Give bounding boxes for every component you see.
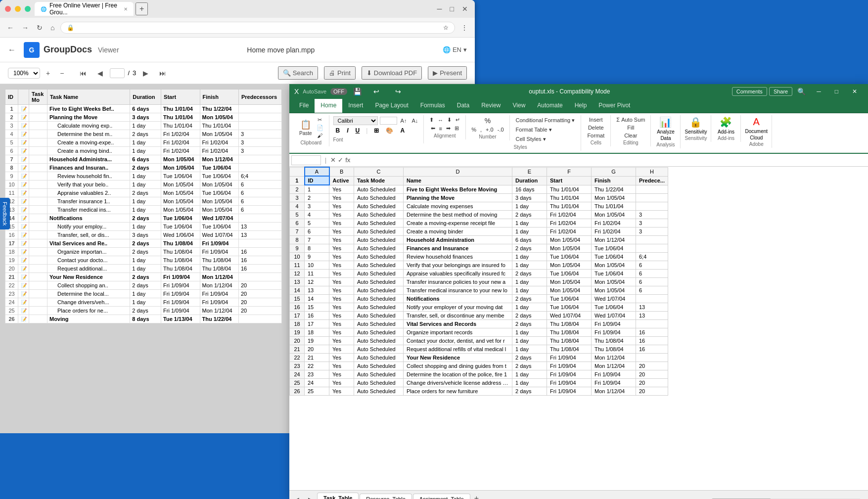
print-button[interactable]: 🖨 Print: [324, 66, 356, 80]
cell-A[interactable]: 19: [305, 337, 329, 345]
tab-close-icon[interactable]: ✕: [124, 6, 128, 12]
page-input[interactable]: 1: [110, 68, 125, 78]
next-page-button[interactable]: ▶: [139, 67, 152, 79]
cell-B[interactable]: Yes: [329, 227, 354, 236]
cell-H[interactable]: [636, 185, 668, 194]
cell-G[interactable]: Tue 1/06/04: [592, 270, 636, 278]
cell-F[interactable]: Tue 1/06/04: [547, 303, 592, 312]
tab-data[interactable]: Data: [451, 99, 475, 113]
cell-E[interactable]: 16 days: [512, 185, 547, 194]
cell-H[interactable]: [636, 354, 668, 362]
cell-D[interactable]: Collect shopping and dining guides from …: [404, 362, 512, 370]
viewer-back-button[interactable]: ←: [8, 45, 16, 54]
cell-H[interactable]: 20: [636, 387, 668, 396]
cell-C[interactable]: Task Mode: [354, 176, 404, 185]
autosum-button[interactable]: Σ Auto Sum: [615, 116, 646, 123]
cell-A[interactable]: 7: [305, 236, 329, 244]
cell-E[interactable]: 2 days: [512, 244, 547, 253]
cell-F[interactable]: Thu 1/01/04: [547, 194, 592, 202]
cell-H[interactable]: 3: [636, 219, 668, 227]
cell-C[interactable]: Auto Scheduled: [354, 227, 404, 236]
cell-F[interactable]: Thu 1/01/04: [547, 185, 592, 194]
cell-A[interactable]: 14: [305, 295, 329, 303]
cell-A[interactable]: 1: [305, 185, 329, 194]
cell-D[interactable]: Transfer insurance policies to your new …: [404, 278, 512, 286]
underline-button[interactable]: U: [353, 126, 363, 135]
cell-G[interactable]: Fri 1/09/04: [592, 379, 636, 387]
cell-C[interactable]: Auto Scheduled: [354, 379, 404, 387]
cell-C[interactable]: Auto Scheduled: [354, 328, 404, 337]
col-header-B[interactable]: B: [329, 167, 354, 176]
cell-G[interactable]: Thu 1/22/04: [592, 185, 636, 194]
sheet-tab-assignment-table[interactable]: Assignment_Table: [413, 494, 470, 499]
conditional-formatting-button[interactable]: Conditional Formatting ▾: [514, 116, 577, 125]
cell-F[interactable]: Tue 1/06/04: [547, 253, 592, 261]
address-input[interactable]: products.groupdocs.app/viewer/app/?lang=…: [77, 24, 440, 31]
col-header-D[interactable]: D: [404, 167, 512, 176]
cut-button[interactable]: ✂: [315, 116, 325, 124]
cell-G[interactable]: Fri 1/02/04: [592, 219, 636, 227]
cell-H[interactable]: 20: [636, 370, 668, 379]
cell-E[interactable]: 2 days: [512, 211, 547, 219]
cell-styles-button[interactable]: Cell Styles ▾: [514, 135, 577, 143]
cell-D[interactable]: Vital Services and Records: [404, 320, 512, 328]
reload-button[interactable]: ↻: [35, 22, 45, 34]
cell-A[interactable]: 17: [305, 320, 329, 328]
cell-E[interactable]: 1 day: [512, 278, 547, 286]
cell-G[interactable]: Tue 1/06/04: [592, 253, 636, 261]
cell-G[interactable]: Fri 1/09/04: [592, 320, 636, 328]
cell-E[interactable]: 2 days: [512, 354, 547, 362]
cell-G[interactable]: Mon 1/05/04: [592, 286, 636, 295]
cell-H[interactable]: 6: [636, 278, 668, 286]
cell-E[interactable]: 1 day: [512, 303, 547, 312]
cell-E[interactable]: 2 days: [512, 362, 547, 370]
cell-D[interactable]: Verify that your belongings are insured …: [404, 261, 512, 270]
cell-C[interactable]: Auto Scheduled: [354, 312, 404, 320]
back-button[interactable]: ←: [5, 22, 16, 34]
cell-F[interactable]: Fri 1/09/04: [547, 362, 592, 370]
cell-D[interactable]: Five to Eight Weeks Before Moving: [404, 185, 512, 194]
cell-E[interactable]: 1 day: [512, 202, 547, 211]
cell-F[interactable]: Mon 1/05/04: [547, 244, 592, 253]
cell-H[interactable]: 6: [636, 286, 668, 295]
cell-H[interactable]: [636, 202, 668, 211]
cell-G[interactable]: Thu 1/01/04: [592, 202, 636, 211]
cell-reference-input[interactable]: A1: [291, 155, 321, 165]
cell-C[interactable]: Auto Scheduled: [354, 387, 404, 396]
new-tab-button[interactable]: +: [136, 2, 148, 15]
increase-font-button[interactable]: A↑: [399, 117, 409, 124]
forward-button[interactable]: →: [20, 22, 31, 34]
cell-F[interactable]: Start: [547, 176, 592, 185]
cell-E[interactable]: 1 day: [512, 370, 547, 379]
border-button[interactable]: ⊞: [371, 126, 381, 135]
format-painter-button[interactable]: 🖌: [315, 132, 325, 139]
sheet-nav-right[interactable]: ▶: [304, 495, 316, 499]
cell-B[interactable]: Yes: [329, 387, 354, 396]
excel-grid-container[interactable]: A B C D E F G H 1 ID Active Task Mode Na…: [289, 167, 868, 490]
cell-G[interactable]: Thu 1/08/04: [592, 345, 636, 354]
cell-A[interactable]: 22: [305, 362, 329, 370]
cell-C[interactable]: Auto Scheduled: [354, 194, 404, 202]
cell-G[interactable]: Tue 1/06/04: [592, 244, 636, 253]
cell-H[interactable]: [636, 244, 668, 253]
share-button[interactable]: Share: [769, 87, 792, 96]
save-button[interactable]: 💾: [351, 87, 364, 96]
cell-C[interactable]: Auto Scheduled: [354, 253, 404, 261]
cell-D[interactable]: Finances and Insurance: [404, 244, 512, 253]
cell-E[interactable]: Duration: [512, 176, 547, 185]
cell-H[interactable]: [636, 320, 668, 328]
cell-H[interactable]: 20: [636, 362, 668, 370]
cell-C[interactable]: Auto Scheduled: [354, 295, 404, 303]
undo-button[interactable]: ↩: [367, 86, 385, 97]
col-header-E[interactable]: E: [512, 167, 547, 176]
cell-B[interactable]: Yes: [329, 211, 354, 219]
cell-C[interactable]: Auto Scheduled: [354, 270, 404, 278]
cell-D[interactable]: Change drivers/vehicle license address i…: [404, 379, 512, 387]
tab-automate[interactable]: Automate: [531, 99, 568, 113]
cell-A[interactable]: ID: [305, 176, 329, 185]
cell-A[interactable]: 15: [305, 303, 329, 312]
cell-A[interactable]: 23: [305, 370, 329, 379]
format-cells-button[interactable]: Format: [586, 132, 606, 139]
cell-B[interactable]: Yes: [329, 312, 354, 320]
col-header-A[interactable]: A: [305, 167, 329, 176]
